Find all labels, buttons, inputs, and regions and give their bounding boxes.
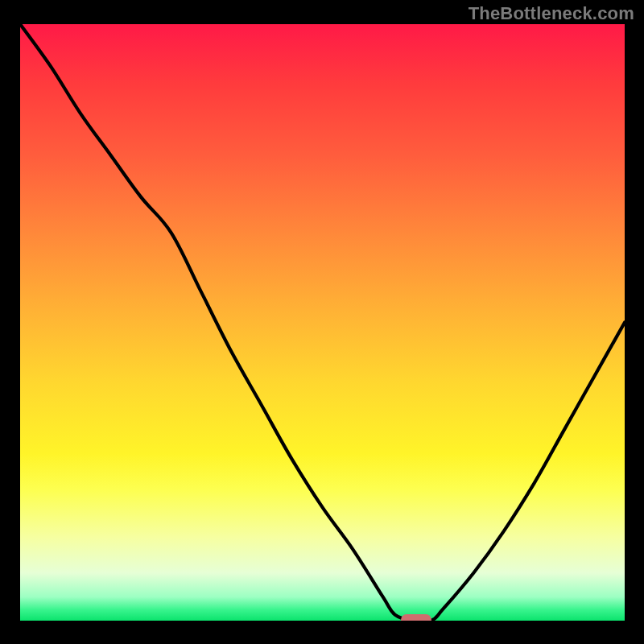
chart-frame: TheBottleneck.com xyxy=(0,0,644,644)
watermark-text: TheBottleneck.com xyxy=(469,3,634,24)
frame-border xyxy=(0,0,20,644)
frame-border xyxy=(625,0,644,644)
bottleneck-curve xyxy=(20,24,625,621)
frame-border xyxy=(0,621,644,644)
